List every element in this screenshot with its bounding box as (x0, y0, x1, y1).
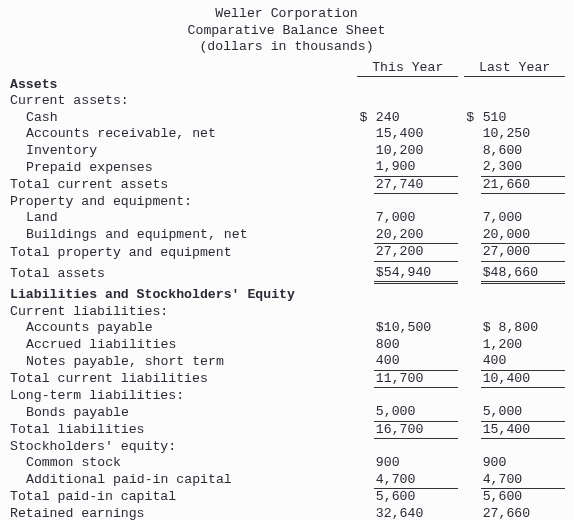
value-this-year: 4,700 (374, 472, 458, 489)
value-last-year: 4,700 (481, 472, 565, 489)
value-this-year: 1,900 (374, 159, 458, 176)
value-this-year: 15,400 (374, 126, 458, 143)
label: Common stock (8, 455, 357, 472)
label: Accounts receivable, net (8, 126, 357, 143)
value-this-year: 5,000 (374, 404, 458, 421)
label: Cash (8, 110, 357, 127)
section-liab-equity: Liabilities and Stockholders' Equity (8, 287, 357, 304)
value-this-year: $10,500 (374, 320, 458, 337)
row-ar: Accounts receivable, net 15,400 10,250 (8, 126, 565, 143)
label: Buildings and equipment, net (8, 227, 357, 244)
doc-title: Comparative Balance Sheet (8, 23, 565, 40)
value-last-year: $48,660 (481, 265, 565, 283)
value-this-year: 27,200 (374, 244, 458, 262)
label: Accounts payable (8, 320, 357, 337)
row-total-current-liab: Total current liabilities 11,700 10,400 (8, 370, 565, 388)
value-last-year: 7,000 (481, 210, 565, 227)
row-common-stock: Common stock 900 900 (8, 455, 565, 472)
subsection-current-assets: Current assets: (8, 93, 357, 110)
row-bonds: Bonds payable 5,000 5,000 (8, 404, 565, 421)
label: Bonds payable (8, 404, 357, 421)
label: Notes payable, short term (8, 353, 357, 370)
row-apic: Additional paid-in capital 4,700 4,700 (8, 472, 565, 489)
label: Total liabilities (8, 421, 357, 439)
value-last-year: 10,400 (481, 370, 565, 388)
label: Total paid-in capital (8, 489, 357, 506)
subsection-lt-liab: Long-term liabilities: (8, 388, 357, 405)
row-notes-payable: Notes payable, short term 400 400 (8, 353, 565, 370)
row-prepaid: Prepaid expenses 1,900 2,300 (8, 159, 565, 176)
value-last-year: 5,000 (481, 404, 565, 421)
label: Land (8, 210, 357, 227)
value-this-year: 10,200 (374, 143, 458, 160)
row-retained-earnings: Retained earnings 32,640 27,660 (8, 506, 565, 522)
label: Inventory (8, 143, 357, 160)
value-last-year: 21,660 (481, 176, 565, 194)
company-name: Weller Corporation (8, 6, 565, 23)
label: Additional paid-in capital (8, 472, 357, 489)
value-last-year: 27,660 (481, 506, 565, 522)
row-buildings: Buildings and equipment, net 20,200 20,0… (8, 227, 565, 244)
value-this-year: 7,000 (374, 210, 458, 227)
row-total-liab: Total liabilities 16,700 15,400 (8, 421, 565, 439)
balance-sheet-table: This Year Last Year Assets Current asset… (8, 60, 565, 522)
label: Total current assets (8, 176, 357, 194)
value-last-year: 400 (481, 353, 565, 370)
value-this-year: 11,700 (374, 370, 458, 388)
value-last-year: 8,600 (481, 143, 565, 160)
row-total-ppe: Total property and equipment 27,200 27,0… (8, 244, 565, 262)
value-last-year: 20,000 (481, 227, 565, 244)
label: Total current liabilities (8, 370, 357, 388)
value-last-year: 900 (481, 455, 565, 472)
title-block: Weller Corporation Comparative Balance S… (8, 6, 565, 56)
value-this-year: 27,740 (374, 176, 458, 194)
value-last-year: 27,000 (481, 244, 565, 262)
subsection-equity: Stockholders' equity: (8, 439, 357, 456)
col-last-year: Last Year (464, 60, 565, 77)
label: Retained earnings (8, 506, 357, 522)
row-ap: Accounts payable $10,500 $ 8,800 (8, 320, 565, 337)
units: (dollars in thousands) (8, 39, 565, 56)
value-this-year: 800 (374, 337, 458, 354)
subsection-current-liab: Current liabilities: (8, 304, 357, 321)
row-inventory: Inventory 10,200 8,600 (8, 143, 565, 160)
value-this-year: 32,640 (374, 506, 458, 522)
label: Prepaid expenses (8, 159, 357, 176)
value-this-year: 400 (374, 353, 458, 370)
label: Accrued liabilities (8, 337, 357, 354)
row-land: Land 7,000 7,000 (8, 210, 565, 227)
value-this-year: $54,940 (374, 265, 458, 283)
subsection-ppe: Property and equipment: (8, 194, 357, 211)
currency-symbol: $ (464, 110, 480, 127)
value-last-year: $ 8,800 (481, 320, 565, 337)
value-this-year: 20,200 (374, 227, 458, 244)
row-total-assets: Total assets $54,940 $48,660 (8, 265, 565, 283)
row-cash: Cash $ 240 $ 510 (8, 110, 565, 127)
value-this-year: 5,600 (374, 489, 458, 506)
col-this-year: This Year (357, 60, 458, 77)
label: Total property and equipment (8, 244, 357, 262)
value-this-year: 16,700 (374, 421, 458, 439)
value-last-year: 5,600 (481, 489, 565, 506)
section-assets: Assets (8, 77, 357, 94)
column-header-row: This Year Last Year (8, 60, 565, 77)
value-last-year: 510 (481, 110, 565, 127)
row-accrued: Accrued liabilities 800 1,200 (8, 337, 565, 354)
value-last-year: 15,400 (481, 421, 565, 439)
value-last-year: 1,200 (481, 337, 565, 354)
value-last-year: 2,300 (481, 159, 565, 176)
value-this-year: 240 (374, 110, 458, 127)
row-total-pic: Total paid-in capital 5,600 5,600 (8, 489, 565, 506)
value-last-year: 10,250 (481, 126, 565, 143)
currency-symbol: $ (357, 110, 373, 127)
label: Total assets (8, 265, 357, 283)
row-total-current-assets: Total current assets 27,740 21,660 (8, 176, 565, 194)
value-this-year: 900 (374, 455, 458, 472)
